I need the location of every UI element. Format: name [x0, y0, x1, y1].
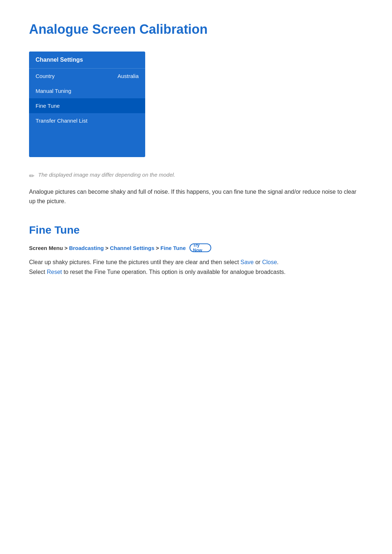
breadcrumb-screen-menu: Screen Menu [29, 245, 63, 251]
breadcrumb-sep-2: > [105, 245, 109, 251]
menu-item-country[interactable]: Country Australia [29, 69, 145, 83]
menu-item-manual-tuning[interactable]: Manual Tuning [29, 83, 145, 98]
menu-item-country-label: Country [36, 73, 55, 79]
fine-tune-section-title: Fine Tune [29, 224, 363, 236]
menu-item-fine-tune-label: Fine Tune [36, 103, 60, 109]
menu-item-transfer-channel-list[interactable]: Transfer Channel List [29, 113, 145, 128]
menu-item-country-value: Australia [118, 73, 139, 79]
save-link[interactable]: Save [241, 259, 254, 265]
fine-tune-body4: to reset the Fine Tune operation. This o… [62, 269, 286, 275]
menu-item-manual-tuning-label: Manual Tuning [36, 88, 71, 94]
breadcrumb-channel-settings[interactable]: Channel Settings [110, 245, 155, 251]
breadcrumb-sep-3: > [156, 245, 159, 251]
menu-item-transfer-channel-list-label: Transfer Channel List [36, 118, 87, 124]
page-title: Analogue Screen Calibration [29, 22, 363, 37]
fine-tune-body3: Select [29, 269, 47, 275]
fine-tune-body2: . [277, 259, 278, 265]
channel-settings-menu: Channel Settings Country Australia Manua… [29, 52, 145, 157]
note-row: ✏ The displayed image may differ dependi… [29, 172, 363, 180]
fine-tune-body: Clear up shaky pictures. Fine tune the p… [29, 257, 363, 277]
note-text: The displayed image may differ depending… [38, 172, 175, 178]
breadcrumb-broadcasting[interactable]: Broadcasting [69, 245, 104, 251]
menu-item-fine-tune[interactable]: Fine Tune [29, 98, 145, 113]
breadcrumb: Screen Menu > Broadcasting > Channel Set… [29, 243, 363, 252]
try-now-badge[interactable]: Try Now [189, 243, 211, 252]
close-link[interactable]: Close [262, 259, 277, 265]
breadcrumb-sep-1: > [64, 245, 68, 251]
breadcrumb-fine-tune[interactable]: Fine Tune [160, 245, 186, 251]
fine-tune-or: or [254, 259, 262, 265]
pencil-icon: ✏ [29, 172, 34, 180]
intro-text: Analogue pictures can become shaky and f… [29, 187, 363, 206]
reset-link[interactable]: Reset [47, 269, 62, 275]
menu-header: Channel Settings [29, 52, 145, 69]
fine-tune-body-text: Clear up shaky pictures. Fine tune the p… [29, 259, 241, 265]
menu-spacer [29, 128, 145, 157]
